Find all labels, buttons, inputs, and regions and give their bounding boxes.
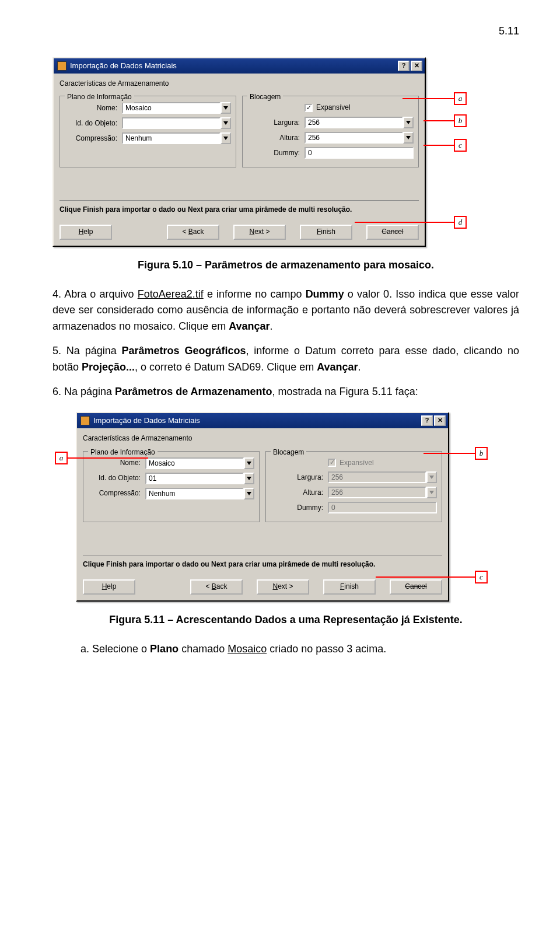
substep-a: a. Selecione o Plano chamado Mosaico cri… (80, 641, 519, 658)
titlebar-2: Importação de Dados Matriciais ? ✕ (77, 413, 448, 428)
chevron-down-icon (426, 487, 437, 498)
label-comp: Compressão: (65, 133, 122, 144)
largura-field[interactable] (304, 117, 403, 128)
label-largura: Largura: (271, 472, 328, 483)
cancel-button[interactable]: Cancel (366, 225, 419, 240)
app-icon (57, 61, 66, 71)
dummy-field (328, 502, 437, 513)
id-field[interactable] (122, 117, 220, 129)
dialog-title: Importação de Dados Matriciais (70, 60, 177, 72)
label-largura: Largura: (247, 117, 304, 128)
group-bloc-title: Blocagem (247, 92, 283, 103)
dialog-1-shell: Importação de Dados Matriciais ? ✕ Carac… (52, 57, 519, 247)
chevron-down-icon[interactable] (244, 473, 254, 484)
chevron-down-icon[interactable] (403, 117, 414, 128)
group-plano: Plano de Informação Nome: Id. do Objeto: (60, 96, 236, 167)
label-altura: Altura: (271, 487, 328, 498)
section-label: Características de Armazenamento (60, 78, 419, 89)
dummy-field[interactable] (304, 147, 414, 159)
label-nome: Nome: (65, 103, 122, 114)
figure-caption-1: Figura 5.10 – Parâmetros de armazenament… (52, 257, 519, 274)
help-icon[interactable]: ? (421, 415, 433, 426)
callout-c: c (475, 571, 488, 583)
step-4: 4. Abra o arquivo FotoAerea2.tif e infor… (52, 286, 519, 336)
largura-field (328, 471, 426, 483)
help-button[interactable]: Help (83, 579, 135, 595)
group-blocagem: Blocagem ✓ Expansível Largura: (265, 451, 442, 523)
group-bloc-title: Blocagem (271, 447, 306, 458)
callout-c: c (454, 139, 467, 152)
label-dummy: Dummy: (271, 502, 328, 513)
chevron-down-icon[interactable] (220, 117, 231, 129)
dialog-1: Importação de Dados Matriciais ? ✕ Carac… (52, 57, 426, 247)
comp-field[interactable] (122, 132, 220, 144)
titlebar-1: Importação de Dados Matriciais ? ✕ (54, 58, 425, 74)
help-button[interactable]: Help (60, 225, 112, 240)
chevron-down-icon[interactable] (220, 102, 231, 114)
id-field[interactable] (145, 473, 244, 484)
chevron-down-icon[interactable] (244, 457, 254, 469)
group-plano-title: Plano de Informação (65, 92, 134, 103)
back-button[interactable]: < Back (190, 579, 243, 595)
altura-field (328, 487, 426, 498)
step-5: 5. Na página Parâmetros Geográficos, inf… (52, 343, 519, 376)
label-nome: Nome: (88, 457, 145, 469)
close-icon[interactable]: ✕ (411, 61, 422, 71)
step-6: 6. Na página Parâmetros de Armazenamento… (52, 384, 519, 400)
hint-text: Clique Finish para importar o dado ou Ne… (60, 205, 352, 214)
help-icon[interactable]: ? (398, 61, 410, 71)
next-button[interactable]: Next > (257, 579, 309, 595)
finish-button[interactable]: Finish (323, 579, 376, 595)
chevron-down-icon[interactable] (220, 132, 231, 144)
hint-text: Clique Finish para importar o dado ou Ne… (83, 560, 375, 568)
next-button[interactable]: Next > (233, 225, 286, 240)
app-icon (80, 416, 90, 425)
callout-d: d (454, 216, 467, 229)
altura-field[interactable] (304, 132, 403, 144)
label-id: Id. do Objeto: (65, 118, 122, 129)
chevron-down-icon[interactable] (403, 132, 414, 144)
expansivel-checkbox[interactable]: ✓ (304, 104, 313, 112)
group-blocagem: Blocagem ✓ Expansível Largura: (242, 96, 419, 167)
section-label: Características de Armazenamento (83, 433, 442, 444)
label-id: Id. do Objeto: (88, 473, 145, 484)
dialog-2: Importação de Dados Matriciais ? ✕ Carac… (76, 412, 449, 602)
comp-field[interactable] (145, 488, 244, 499)
finish-button[interactable]: Finish (300, 225, 352, 240)
cancel-button[interactable]: Cancel (390, 579, 442, 595)
dialog-2-shell: Importação de Dados Matriciais ? ✕ Carac… (76, 412, 519, 602)
label-expansivel: Expansível (316, 102, 351, 113)
chevron-down-icon[interactable] (244, 488, 254, 499)
back-button[interactable]: < Back (167, 225, 219, 240)
group-plano-title: Plano de Informação (88, 447, 158, 458)
expansivel-checkbox: ✓ (328, 459, 336, 467)
close-icon[interactable]: ✕ (434, 415, 446, 426)
callout-b: b (454, 114, 467, 127)
nome-field[interactable] (145, 457, 244, 469)
callout-a: a (454, 92, 467, 105)
chevron-down-icon (426, 471, 437, 483)
figure-caption-2: Figura 5.11 – Acrescentando Dados a uma … (52, 612, 519, 628)
label-altura: Altura: (247, 132, 304, 144)
page-number: 5.11 (52, 23, 519, 40)
label-comp: Compressão: (88, 488, 145, 499)
group-plano: Plano de Informação Nome: Id. do Objeto: (83, 451, 260, 523)
dialog-title: Importação de Dados Matriciais (93, 415, 200, 427)
callout-b: b (475, 447, 488, 460)
label-expansivel: Expansível (340, 457, 374, 469)
callout-a: a (55, 452, 68, 464)
nome-field[interactable] (122, 102, 220, 114)
file-link: FotoAerea2.tif (138, 288, 204, 300)
label-dummy: Dummy: (247, 148, 304, 159)
